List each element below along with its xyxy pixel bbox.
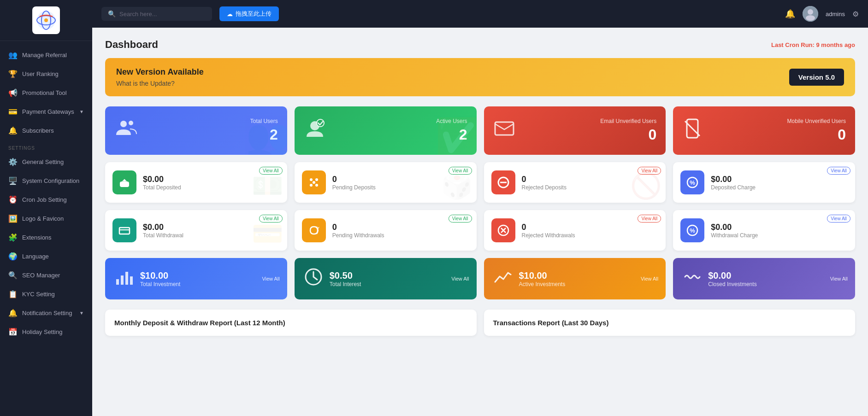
view-all-withdrawal-charge[interactable]: View All	[827, 215, 850, 223]
sidebar-label-notification-setting: Notification Setting	[22, 310, 72, 316]
sidebar-item-general-setting[interactable]: ⚙️ General Setting	[0, 152, 92, 171]
notification-bell-icon[interactable]: 🔔	[785, 9, 795, 19]
sidebar-item-manage-referral[interactable]: 👥 Manage Referral	[0, 46, 92, 64]
extensions-icon: 🧩	[8, 233, 18, 242]
sidebar-item-subscribers[interactable]: 🔔 Subscribers	[0, 121, 92, 140]
svg-text:%: %	[690, 179, 695, 186]
deposited-charge-icon: %	[680, 170, 704, 194]
pending-withdrawals-value: 0	[332, 223, 469, 232]
svg-point-14	[310, 178, 313, 181]
invest-card-total: $10.00 Total Investment View All	[105, 258, 287, 299]
withdrawal-charge-label: Withdrawal Charge	[711, 232, 848, 239]
version-badge: Version 5.0	[789, 69, 844, 86]
svg-point-7	[120, 121, 127, 127]
total-investment-icon	[114, 267, 134, 290]
sidebar-label-system-configuration: System Configuration	[22, 177, 79, 184]
total-withdrawal-icon	[112, 218, 136, 242]
closed-investments-label: Closed Investments	[708, 281, 846, 287]
sidebar-label-manage-referral: Manage Referral	[22, 52, 67, 59]
bg-active-icon: ✅	[435, 116, 477, 155]
stat-card-email-unverified: Email Unverified Users 0	[484, 106, 666, 155]
total-investment-label: Total Investment	[140, 281, 278, 287]
email-unverified-value: 0	[523, 126, 657, 143]
sidebar-item-logo-favicon[interactable]: 🖼️ Logo & Favicon	[0, 209, 92, 228]
search-input[interactable]	[119, 11, 206, 18]
reports-row: Monthly Deposit & Withdraw Report (Last …	[105, 310, 855, 336]
sidebar-item-kyc-setting[interactable]: 📋 KYC Setting	[0, 285, 92, 304]
admin-name: admins	[826, 11, 845, 18]
view-all-active-investments[interactable]: View All	[641, 276, 658, 281]
view-all-deposited-charge[interactable]: View All	[827, 167, 850, 175]
view-all-rejected-withdrawals[interactable]: View All	[638, 215, 661, 223]
sidebar-navigation: 👥 Manage Referral 🏆 User Ranking 📢 Promo…	[0, 41, 92, 416]
stat-card-active-users: Active Users 2 ✅	[295, 106, 477, 155]
investment-cards-row: $10.00 Total Investment View All $0.50 T…	[105, 258, 855, 299]
gear-icon[interactable]: ⚙	[852, 10, 859, 18]
svg-rect-31	[121, 275, 124, 285]
sidebar-item-system-configuration[interactable]: 🖥️ System Configuration	[0, 171, 92, 190]
svg-rect-11	[495, 122, 514, 135]
mini-card-total-withdrawal: $0.00 Total Withdrawal View All 💳	[105, 210, 287, 251]
sidebar-item-notification-setting[interactable]: 🔔 Notification Setting ▼	[0, 304, 92, 322]
monthly-report-card: Monthly Deposit & Withdraw Report (Last …	[105, 310, 477, 336]
search-icon: 🔍	[108, 10, 116, 18]
sidebar-label-logo-favicon: Logo & Favicon	[22, 215, 64, 222]
view-all-total-investment[interactable]: View All	[262, 276, 279, 281]
svg-rect-30	[116, 279, 119, 285]
cron-job-icon: ⏰	[8, 195, 18, 204]
sidebar-item-promotional-tool[interactable]: 📢 Promotional Tool	[0, 83, 92, 102]
notification-chevron-icon: ▼	[79, 311, 84, 316]
upload-button[interactable]: ☁ 拖拽至此上传	[219, 6, 279, 21]
sidebar-item-payment-gateways[interactable]: 💳 Payment Gateways ▼	[0, 102, 92, 121]
sidebar-item-language[interactable]: 🌍 Language	[0, 247, 92, 266]
mini-card-total-deposited: $0.00 Total Deposited View All 💵	[105, 162, 287, 203]
deposited-charge-value: $0.00	[711, 175, 848, 184]
sidebar-label-language: Language	[22, 253, 49, 260]
banner-subtitle: What is the Update?	[116, 80, 204, 87]
settings-section-label: SETTINGS	[0, 140, 92, 152]
promotional-icon: 📢	[8, 88, 18, 97]
topbar-right: 🔔 admins ⚙	[785, 6, 859, 22]
withdrawal-charge-value: $0.00	[711, 223, 848, 232]
rejected-deposits-icon	[491, 170, 515, 194]
rejected-withdrawals-label: Rejected Withdrawals	[522, 232, 659, 239]
svg-rect-23	[119, 228, 130, 234]
view-all-total-interest[interactable]: View All	[451, 276, 469, 281]
sidebar-item-cron-job-setting[interactable]: ⏰ Cron Job Setting	[0, 190, 92, 209]
rejected-withdrawals-value: 0	[522, 223, 659, 232]
total-interest-value: $0.50	[330, 270, 467, 281]
email-unverified-label: Email Unverified Users	[523, 118, 657, 124]
deposit-cards-row: $0.00 Total Deposited View All 💵	[105, 162, 855, 203]
sidebar-label-user-ranking: User Ranking	[22, 70, 59, 77]
mobile-unverified-value: 0	[710, 126, 846, 143]
sidebar-item-user-ranking[interactable]: 🏆 User Ranking	[0, 64, 92, 83]
svg-point-5	[808, 9, 813, 15]
sidebar-item-seo-manager[interactable]: 🔍 SEO Manager	[0, 266, 92, 285]
sidebar-label-holiday-setting: Holiday Setting	[22, 328, 62, 335]
language-icon: 🌍	[8, 252, 18, 261]
total-investment-value: $10.00	[140, 270, 278, 281]
active-investments-value: $10.00	[519, 270, 657, 281]
sidebar-item-holiday-setting[interactable]: 📅 Holiday Setting	[0, 322, 92, 341]
view-all-pending-withdrawals[interactable]: View All	[449, 215, 472, 223]
svg-point-18	[313, 181, 315, 184]
sidebar: 👥 Manage Referral 🏆 User Ranking 📢 Promo…	[0, 0, 92, 416]
version-banner: New Version Available What is the Update…	[105, 58, 855, 96]
cron-info: Last Cron Run: 9 months ago	[771, 41, 855, 48]
search-box[interactable]: 🔍	[101, 7, 212, 21]
chevron-down-icon: ▼	[79, 109, 84, 114]
total-deposited-icon	[112, 170, 136, 194]
payment-icon: 💳	[8, 107, 18, 116]
withdrawal-charge-icon: %	[680, 218, 704, 242]
stat-cards-row: Total Users 2 👥 Active Users 2	[105, 106, 855, 155]
page-title: Dashboard	[105, 39, 158, 51]
sidebar-item-extensions[interactable]: 🧩 Extensions	[0, 228, 92, 247]
sidebar-label-promotional-tool: Promotional Tool	[22, 89, 67, 96]
pending-withdrawals-icon	[302, 218, 326, 242]
view-all-closed-investments[interactable]: View All	[830, 276, 848, 281]
subscribers-icon: 🔔	[8, 126, 18, 135]
svg-point-3	[44, 18, 48, 22]
pending-withdrawals-label: Pending Withdrawals	[332, 232, 469, 239]
seo-icon: 🔍	[8, 271, 18, 280]
avatar	[803, 6, 818, 22]
